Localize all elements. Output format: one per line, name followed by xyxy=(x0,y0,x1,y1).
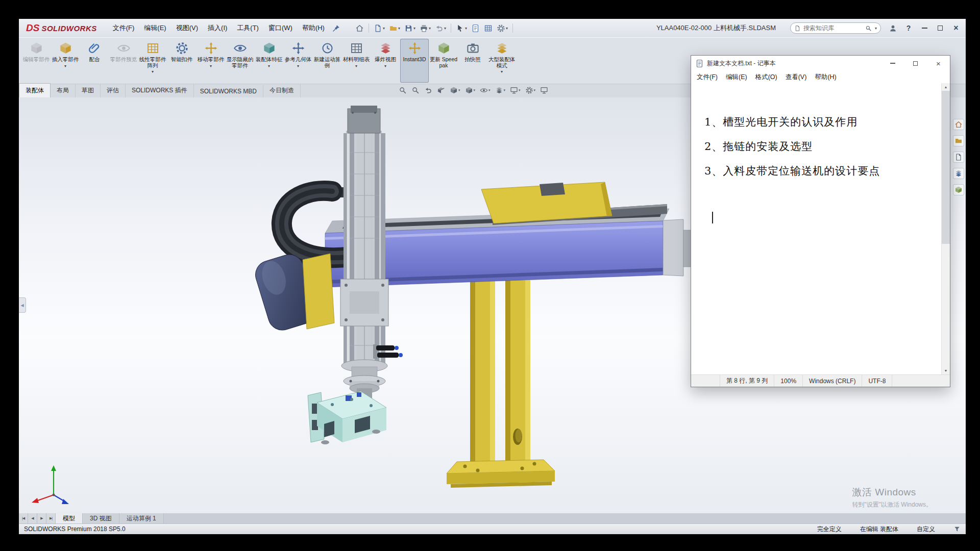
zoom-fit-button[interactable] xyxy=(398,85,408,95)
scrollbar-thumb[interactable] xyxy=(942,91,950,244)
pin-menu-button[interactable] xyxy=(332,24,340,33)
featuremanager-collapse-arrow[interactable]: ◀ xyxy=(19,297,26,313)
ribbon-button-bill-of-materials[interactable]: 材料明细表 ▾ xyxy=(342,39,371,83)
knowledge-search[interactable]: ▾ xyxy=(790,22,881,34)
ribbon-button-mate[interactable]: 配合 xyxy=(80,39,109,83)
menu-file[interactable]: 文件(F) xyxy=(108,21,139,35)
tab-scroll-first-button[interactable]: |◀ xyxy=(19,513,28,523)
taskpane-resources-icon[interactable] xyxy=(953,119,964,130)
exploded-view-icon xyxy=(379,41,393,55)
print-button[interactable]: ▾ xyxy=(418,23,432,34)
scroll-up-icon[interactable]: ▲ xyxy=(942,83,950,91)
ribbon-button-show-hidden-components[interactable]: 显示隐藏的零部件 xyxy=(226,39,254,83)
ribbon-button-smart-fasteners[interactable]: 智能扣件 xyxy=(167,39,196,83)
ribbon-button-instant3d[interactable]: Instant3D xyxy=(400,39,429,83)
menu-window[interactable]: 窗口(W) xyxy=(264,21,297,35)
edit-appearance-button[interactable]: ▾ xyxy=(494,85,507,95)
notepad-maximize-button[interactable] xyxy=(904,56,927,71)
zoom-area-button[interactable] xyxy=(410,85,421,95)
maximize-button[interactable] xyxy=(936,23,945,33)
section-view-button[interactable] xyxy=(436,85,446,95)
fullscreen-button[interactable] xyxy=(539,85,549,95)
home-button[interactable] xyxy=(354,23,365,34)
tab-scroll-next-button[interactable]: ▶ xyxy=(37,513,46,523)
ribbon-button-exploded-view[interactable]: 爆炸视图 ▾ xyxy=(371,39,400,83)
ribbon-button-update-speedpak[interactable]: 更新 Speedpak xyxy=(429,39,458,83)
taskpane-appearances-icon[interactable] xyxy=(953,184,964,195)
new-document-button[interactable]: ▾ xyxy=(372,23,386,34)
filter-icon[interactable] xyxy=(953,525,961,533)
stand-column[interactable] xyxy=(447,276,555,488)
notepad-menu-help[interactable]: 帮助(H) xyxy=(811,71,840,83)
yellow-bracket-plate[interactable] xyxy=(481,182,612,223)
notepad-menu-format[interactable]: 格式(O) xyxy=(751,71,781,83)
undo-button[interactable]: ▾ xyxy=(433,23,448,34)
notepad-status-bar: 第 8 行, 第 9 列 100% Windows (CRLF) UTF-8 xyxy=(691,374,950,387)
taskpane-view-palette-icon[interactable] xyxy=(953,168,964,179)
slider-plate[interactable] xyxy=(303,254,334,329)
menu-view[interactable]: 视图(V) xyxy=(172,21,203,35)
chevron-down-icon: ▾ xyxy=(384,63,386,69)
tab-scroll-last-button[interactable]: ▶| xyxy=(46,513,56,523)
ribbon-button-linear-pattern[interactable]: 线性零部件阵列 ▾ xyxy=(138,39,167,83)
ribbon-button-assembly-features[interactable]: 装配体特征 ▾ xyxy=(255,39,283,83)
tab-3d-views[interactable]: 3D 视图 xyxy=(83,513,119,523)
ribbon-button-reference-geometry[interactable]: 参考几何体 ▾ xyxy=(284,39,312,83)
notepad-menu-file[interactable]: 文件(F) xyxy=(693,71,722,83)
ribbon-button-insert-components[interactable]: 插入零部件 ▾ xyxy=(51,39,80,83)
notepad-scrollbar[interactable]: ▲ ▼ xyxy=(941,83,950,374)
open-document-button[interactable]: ▾ xyxy=(387,23,402,34)
view-orientation-button[interactable]: ▾ xyxy=(449,85,461,95)
menu-help[interactable]: 帮助(H) xyxy=(298,21,329,35)
options-button[interactable]: ▾ xyxy=(495,23,509,34)
gripper-end-effector[interactable] xyxy=(308,391,386,444)
user-account-icon[interactable] xyxy=(888,23,897,33)
taskpane-file-explorer-icon[interactable] xyxy=(953,152,964,163)
notepad-text-area[interactable]: 1、槽型光电开关的认识及作用 2、拖链的安装及选型 3、入料皮带定位输送机的设计… xyxy=(691,83,941,374)
table-button[interactable] xyxy=(482,23,494,34)
chevron-down-icon[interactable]: ▾ xyxy=(875,26,877,31)
tab-motion-study-1[interactable]: 运动算例 1 xyxy=(119,513,164,523)
apply-scene-button[interactable]: ▾ xyxy=(509,85,522,95)
ribbon-button-move-component[interactable]: 移动零部件 ▾ xyxy=(197,39,225,83)
tab-model[interactable]: 模型 xyxy=(56,513,83,523)
custom-label[interactable]: 自定义 xyxy=(917,525,935,534)
menu-tools[interactable]: 工具(T) xyxy=(232,21,263,35)
ribbon-button-take-snapshot[interactable]: 拍快照 xyxy=(458,39,487,83)
ribbon-button-new-motion-study[interactable]: 新建运动算例 xyxy=(313,39,341,83)
notepad-close-button[interactable]: × xyxy=(927,56,950,71)
vertical-actuator[interactable] xyxy=(340,106,388,372)
notepad-titlebar[interactable]: 新建文本文档.txt - 记事本 × xyxy=(691,56,950,71)
select-tool-button[interactable]: ▾ xyxy=(454,23,469,34)
menu-edit[interactable]: 编辑(E) xyxy=(139,21,170,35)
search-icon[interactable] xyxy=(865,25,872,32)
edit-component-icon xyxy=(30,41,43,55)
display-style-button[interactable]: ▾ xyxy=(464,85,477,95)
tab-layout[interactable]: 布局 xyxy=(51,84,76,97)
scroll-down-icon[interactable]: ▼ xyxy=(942,367,950,374)
properties-button[interactable] xyxy=(470,23,481,34)
notepad-minimize-button[interactable] xyxy=(881,56,904,71)
help-button[interactable]: ? xyxy=(904,23,913,33)
text-cursor xyxy=(712,212,713,223)
save-button[interactable]: ▾ xyxy=(403,23,417,34)
close-button[interactable]: × xyxy=(951,23,961,33)
search-input[interactable] xyxy=(803,24,863,32)
taskpane-design-library-icon[interactable] xyxy=(953,135,964,146)
menu-insert[interactable]: 插入(I) xyxy=(203,21,232,35)
tab-assembly[interactable]: 装配体 xyxy=(19,83,51,97)
tab-solidworks-addins[interactable]: SOLIDWORKS 插件 xyxy=(126,84,194,97)
chevron-down-icon: ▾ xyxy=(210,63,212,69)
tab-mfg-today[interactable]: 今日制造 xyxy=(263,84,301,97)
tab-sketch[interactable]: 草图 xyxy=(76,84,101,97)
hide-show-items-button[interactable]: ▾ xyxy=(479,85,492,95)
tab-evaluate[interactable]: 评估 xyxy=(101,84,126,97)
ribbon-button-large-assembly-mode[interactable]: 大型装配体模式 ▾ xyxy=(487,39,516,83)
previous-view-button[interactable] xyxy=(423,85,433,95)
notepad-menu-view[interactable]: 查看(V) xyxy=(781,71,811,83)
view-settings-button[interactable]: ▾ xyxy=(524,85,537,95)
tab-scroll-prev-button[interactable]: ◀ xyxy=(28,513,37,523)
minimize-button[interactable] xyxy=(920,23,929,33)
notepad-menu-edit[interactable]: 编辑(E) xyxy=(722,71,751,83)
tab-solidworks-mbd[interactable]: SOLIDWORKS MBD xyxy=(194,85,263,97)
